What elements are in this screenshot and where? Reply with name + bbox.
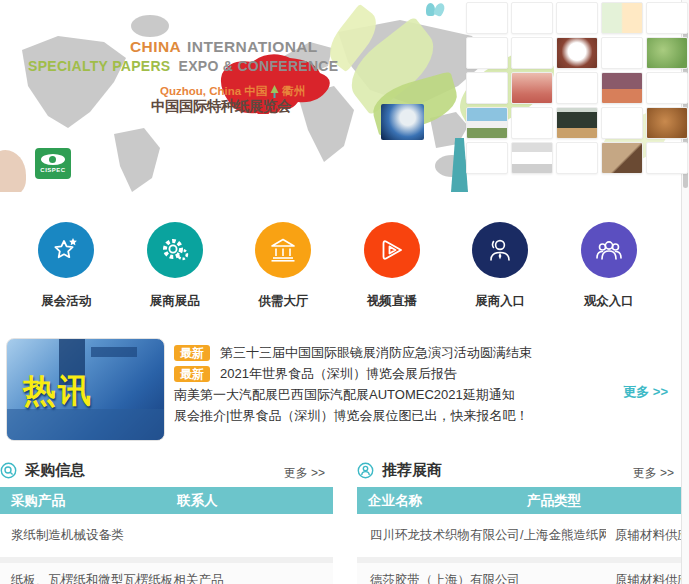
banner-title-cn: 中国国际特种纸展览会 [151, 97, 291, 116]
table-row[interactable]: 四川环龙技术织物有限公司/上海金熊造纸网毯有限公司 原辅材料供应商 [357, 514, 682, 557]
nav-item-expo-activities[interactable]: 展会活动 [14, 222, 118, 310]
quick-nav: 展会活动 展商展品 供需大厅 [0, 222, 675, 310]
news-item-text: 南美第一大汽配展巴西国际汽配展AUTOMEC2021延期通知 [174, 386, 515, 404]
nav-label: 观众入口 [557, 293, 661, 310]
news-item-text: 2021年世界食品（深圳）博览会展后报告 [220, 365, 457, 383]
collage-photo-folded-paper [556, 37, 598, 69]
exhibitor-type-cell: 原辅材料供应商 [615, 572, 689, 584]
collage-photo-machine [511, 142, 553, 174]
purchase-table-header: 采购产品 联系人 [0, 487, 333, 514]
table-row[interactable]: 浆纸制造机械设备类 [0, 514, 333, 557]
exhibitor-name-cell: 四川环龙技术织物有限公司/上海金熊造纸网毯有限公司 [370, 527, 606, 544]
page: CHINAINTERNATIONAL SPECIALTY PAPERSEXPO … [0, 0, 689, 584]
collage-tile [646, 142, 688, 174]
nav-label: 展会活动 [14, 293, 118, 310]
nav-label: 视频直播 [340, 293, 444, 310]
column-header: 企业名称 [368, 492, 422, 510]
news-section: 热讯 最新 第三十三届中国国际眼镜展消防应急演习活动圆满结束 最新 2021年世… [6, 338, 676, 442]
purchase-section-header: 采购信息 更多 >> [0, 459, 333, 481]
collage-tile [466, 37, 508, 69]
star-icon [38, 222, 94, 278]
collage-photo-leaves [646, 37, 688, 69]
news-item-text: 展会推介|世界食品（深圳）博览会展位图已出，快来报名吧！ [174, 407, 528, 425]
purchase-search-icon [0, 462, 17, 479]
new-badge: 最新 [174, 345, 210, 361]
photo-collage [466, 2, 688, 174]
purchase-product-cell: 浆纸制造机械设备类 [11, 527, 124, 544]
news-item[interactable]: 南美第一大汽配展巴西国际汽配展AUTOMEC2021延期通知 [174, 385, 644, 404]
purchase-more-link[interactable]: 更多 >> [284, 465, 325, 482]
exhibitor-name-cell: 德莎胶带（上海）有限公司 [370, 572, 520, 584]
nav-item-live-video[interactable]: 视频直播 [340, 222, 444, 310]
news-item-text: 第三十三届中国国际眼镜展消防应急演习活动圆满结束 [220, 344, 532, 362]
exhibitor-type-cell: 原辅材料供应商 [615, 527, 689, 544]
machinery-decoration [91, 347, 137, 357]
collage-photo-jet-engine [381, 104, 424, 140]
cispec-logo-text: CISPEC [40, 167, 65, 173]
new-badge: 最新 [174, 366, 210, 382]
audience-group-icon [581, 222, 637, 278]
collage-photo-banknotes [511, 72, 553, 104]
collage-tile [556, 142, 598, 174]
exhibitors-person-icon [357, 462, 374, 479]
hot-news-label: 热讯 [23, 369, 93, 414]
news-item[interactable]: 展会推介|世界食品（深圳）博览会展位图已出，快来报名吧！ [174, 406, 644, 425]
banner-title-en-line2: SPECIALTY PAPERSEXPO & CONFERENCE [28, 58, 338, 74]
news-item[interactable]: 最新 2021年世界食品（深圳）博览会展后报告 [174, 364, 644, 383]
collage-tile [601, 37, 643, 69]
nav-item-visitor-entrance[interactable]: 观众入口 [557, 222, 661, 310]
cispec-logo: CISPEC [35, 148, 71, 179]
news-more-link[interactable]: 更多 >> [623, 383, 668, 401]
collage-tile [646, 2, 688, 34]
collage-photo-book [556, 107, 598, 139]
banner-title-specialty-papers: SPECIALTY PAPERS [28, 58, 171, 74]
collage-photo-juice-boxes [601, 2, 643, 34]
banner-title-china: CHINA [130, 38, 181, 55]
nav-label: 展商展品 [123, 293, 227, 310]
column-header: 联系人 [177, 492, 218, 510]
nav-label: 供需大厅 [231, 293, 335, 310]
bank-icon [255, 222, 311, 278]
collage-tile [511, 37, 553, 69]
nav-item-exhibits[interactable]: 展商展品 [123, 222, 227, 310]
collage-tile [511, 2, 553, 34]
collage-tile [466, 2, 508, 34]
exhibitor-person-icon [472, 222, 528, 278]
nav-label: 展商入口 [448, 293, 552, 310]
recommended-exhibitors-section: 推荐展商 更多 >> 企业名称 产品类型 四川环龙技术织物有限公司/上海金熊造纸… [357, 455, 682, 584]
collage-photo-honeycomb [646, 107, 688, 139]
banner-title-expo-conference: EXPO & CONFERENCE [179, 58, 339, 74]
collage-photo-train [466, 107, 508, 139]
column-header: 产品类型 [527, 492, 581, 510]
cispec-logo-eye-icon [41, 154, 65, 165]
collage-tile [601, 107, 643, 139]
purchase-section-title: 采购信息 [25, 461, 85, 480]
purchase-info-section: 采购信息 更多 >> 采购产品 联系人 浆纸制造机械设备类 纸板、瓦楞纸和微型瓦… [0, 455, 333, 584]
news-item[interactable]: 最新 第三十三届中国国际眼镜展消防应急演习活动圆满结束 [174, 343, 644, 362]
banner: CHINAINTERNATIONAL SPECIALTY PAPERSEXPO … [0, 0, 689, 192]
news-list: 最新 第三十三届中国国际眼镜展消防应急演习活动圆满结束 最新 2021年世界食品… [174, 343, 644, 425]
collage-tile [466, 142, 508, 174]
exhibitors-table-header: 企业名称 产品类型 [357, 487, 682, 514]
hot-news-thumbnail[interactable]: 热讯 [6, 338, 165, 441]
table-row[interactable]: 德莎胶带（上海）有限公司 原辅材料供应商 [357, 563, 682, 584]
exhibitors-more-link[interactable]: 更多 >> [633, 465, 674, 482]
exhibitors-section-header: 推荐展商 更多 >> [357, 459, 682, 481]
collage-tile [466, 72, 508, 104]
collage-tile [511, 107, 553, 139]
collage-tile [556, 72, 598, 104]
collage-photo-cupcakes [601, 72, 643, 104]
nav-item-supply-demand-hall[interactable]: 供需大厅 [231, 222, 335, 310]
collage-photo-hand-card [601, 142, 643, 174]
collage-tile [646, 72, 688, 104]
exhibitors-section-title: 推荐展商 [382, 461, 442, 480]
gears-icon [147, 222, 203, 278]
butterfly-icon [426, 3, 444, 17]
column-header: 采购产品 [11, 492, 65, 510]
table-row[interactable]: 纸板、瓦楞纸和微型瓦楞纸板相关产品 [0, 563, 333, 584]
collage-tile [556, 2, 598, 34]
play-icon [364, 222, 420, 278]
purchase-product-cell: 纸板、瓦楞纸和微型瓦楞纸板相关产品 [11, 572, 224, 584]
nav-item-exhibitor-entrance[interactable]: 展商入口 [448, 222, 552, 310]
